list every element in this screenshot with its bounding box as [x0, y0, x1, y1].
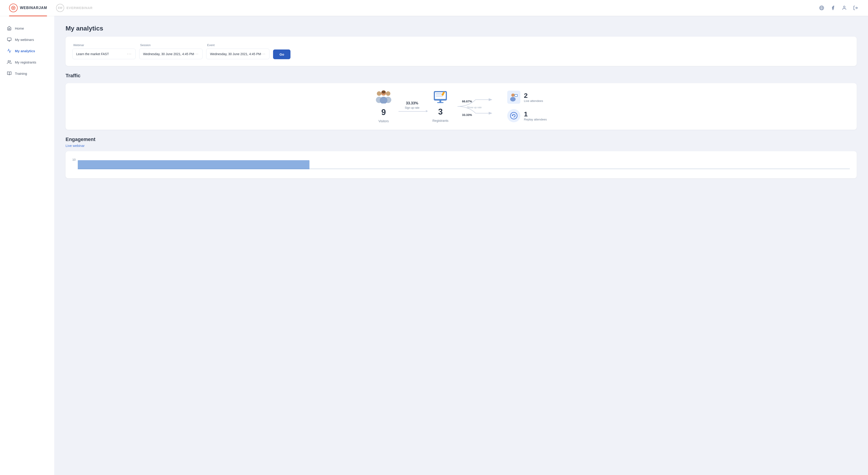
svg-point-13	[386, 91, 391, 96]
chart-max-label: 10	[72, 158, 75, 161]
home-icon	[7, 26, 12, 31]
registrants-node: 3 Registrants	[432, 90, 448, 123]
replay-attendee-icon	[507, 109, 520, 122]
branch-arrows: 66.67% Show up rate 33.33%	[448, 93, 503, 120]
attendees-section: 2 Live attendees	[503, 91, 547, 122]
event-filter-label: Event	[206, 43, 270, 47]
facebook-icon[interactable]	[830, 4, 836, 11]
registrants-label: Registrants	[432, 119, 448, 123]
signup-arrow-line	[399, 111, 426, 112]
sidebar-label-my-registrants: My registrants	[15, 60, 36, 64]
go-button[interactable]: Go	[273, 50, 290, 59]
training-icon	[7, 71, 12, 76]
analytics-filter-card: Webinar Learn the market FAST ··· Sessio…	[66, 37, 857, 66]
globe-icon[interactable]	[818, 4, 825, 11]
svg-text:Show up rate: Show up rate	[467, 106, 482, 109]
svg-point-30	[510, 97, 516, 101]
filter-row: Webinar Learn the market FAST ··· Sessio…	[72, 43, 850, 59]
signup-rate-value: 33.33%	[406, 101, 418, 105]
chart-baseline	[78, 168, 850, 169]
everwebinar-logo[interactable]: EW EVERWEBINAR	[56, 4, 93, 12]
svg-point-34	[510, 112, 517, 119]
replay-attendee-info: 1 Replay attendees	[524, 110, 547, 121]
sidebar-item-my-registrants[interactable]: My registrants	[0, 57, 54, 68]
event-filter-col: Event Wednesday, 30 June 2021, 4:45 PM ·…	[206, 43, 270, 59]
session-select-value: Wednesday, 30 June 2021, 4:45 PM	[143, 52, 194, 56]
event-select[interactable]: Wednesday, 30 June 2021, 4:45 PM ···	[206, 49, 270, 59]
live-attendees-item: 2 Live attendees	[507, 91, 547, 104]
registrants-icon	[7, 60, 12, 65]
session-filter-label: Session	[139, 43, 203, 47]
webinar-select[interactable]: Learn the market FAST ···	[72, 49, 135, 59]
session-select[interactable]: Wednesday, 30 June 2021, 4:45 PM ···	[139, 49, 203, 59]
chart-bar	[78, 160, 309, 169]
webinar-select-value: Learn the market FAST	[76, 52, 109, 56]
svg-rect-24	[439, 100, 441, 102]
visitors-label: Visitors	[378, 119, 389, 123]
logout-icon[interactable]	[852, 4, 859, 11]
event-select-value: Wednesday, 30 June 2021, 4:45 PM	[210, 52, 261, 56]
sidebar-item-training[interactable]: Training	[0, 68, 54, 79]
svg-text:66.67%: 66.67%	[462, 100, 472, 103]
visitors-icon	[375, 90, 392, 105]
layout: Home My webinars My analytics	[0, 16, 868, 475]
engagement-card: 10	[66, 151, 857, 178]
monitor-icon	[7, 37, 12, 42]
session-filter-col: Session Wednesday, 30 June 2021, 4:45 PM…	[139, 43, 203, 59]
sidebar-label-home: Home	[15, 26, 24, 30]
page-title: My analytics	[66, 25, 857, 32]
traffic-card: 9 Visitors 33.33% Sign up rate	[66, 83, 857, 130]
sidebar-label-training: Training	[15, 72, 27, 75]
svg-rect-7	[7, 38, 11, 41]
svg-rect-25	[437, 102, 443, 103]
header: W WEBINARJAM EW EVERWEBINAR	[0, 0, 868, 16]
signup-rate-arrow: 33.33% Sign up rate	[392, 101, 432, 112]
wj-logo-circle: W	[9, 4, 18, 12]
ew-logo-text: EVERWEBINAR	[66, 6, 93, 10]
svg-point-17	[381, 90, 385, 94]
live-attendee-info: 2 Live attendees	[524, 92, 543, 103]
registrants-icon	[433, 90, 447, 105]
analytics-icon	[7, 49, 12, 53]
live-attendee-icon	[507, 91, 520, 104]
webinarjam-logo[interactable]: W WEBINARJAM	[9, 4, 47, 12]
svg-text:W: W	[12, 7, 14, 9]
sidebar-item-home[interactable]: Home	[0, 23, 54, 34]
replay-attendees-count: 1	[524, 110, 547, 118]
header-actions	[818, 4, 859, 11]
svg-rect-32	[515, 95, 517, 96]
session-dots-menu[interactable]: ···	[194, 52, 199, 56]
replay-attendees-item: 1 Replay attendees	[507, 109, 547, 122]
sidebar-label-my-analytics: My analytics	[15, 49, 35, 53]
sidebar-item-my-webinars[interactable]: My webinars	[0, 34, 54, 45]
svg-point-11	[377, 91, 381, 96]
webinar-dots-menu[interactable]: ···	[127, 52, 132, 56]
event-dots-menu[interactable]: ···	[261, 52, 266, 56]
traffic-flow: 9 Visitors 33.33% Sign up rate	[72, 90, 850, 123]
sidebar-item-my-analytics[interactable]: My analytics	[0, 45, 54, 57]
engagement-section-title: Engagement	[66, 136, 857, 142]
header-logos: W WEBINARJAM EW EVERWEBINAR	[9, 4, 93, 12]
visitors-node: 9 Visitors	[375, 90, 392, 123]
engagement-chart: 10	[72, 158, 850, 171]
live-webinar-label: Live webinar	[66, 144, 857, 148]
registrants-count: 3	[438, 107, 442, 117]
replay-attendees-label: Replay attendees	[524, 118, 547, 121]
sidebar: Home My webinars My analytics	[0, 16, 54, 475]
sidebar-label-my-webinars: My webinars	[15, 38, 34, 41]
svg-point-10	[8, 61, 9, 62]
visitors-count: 9	[381, 107, 386, 117]
svg-point-33	[514, 94, 515, 95]
svg-text:33.33%: 33.33%	[462, 113, 472, 117]
wj-logo-text: WEBINARJAM	[20, 6, 47, 10]
live-attendees-count: 2	[524, 92, 543, 99]
svg-point-5	[843, 6, 845, 8]
live-attendees-label: Live attendees	[524, 99, 543, 103]
webinar-filter-label: Webinar	[72, 43, 135, 47]
webinar-filter-col: Webinar Learn the market FAST ···	[72, 43, 135, 59]
traffic-section-title: Traffic	[66, 73, 857, 78]
signup-rate-label: Sign up rate	[405, 106, 420, 109]
main-content: My analytics Webinar Learn the market FA…	[54, 16, 868, 475]
user-icon[interactable]	[841, 4, 848, 11]
ew-logo-circle: EW	[56, 4, 64, 12]
